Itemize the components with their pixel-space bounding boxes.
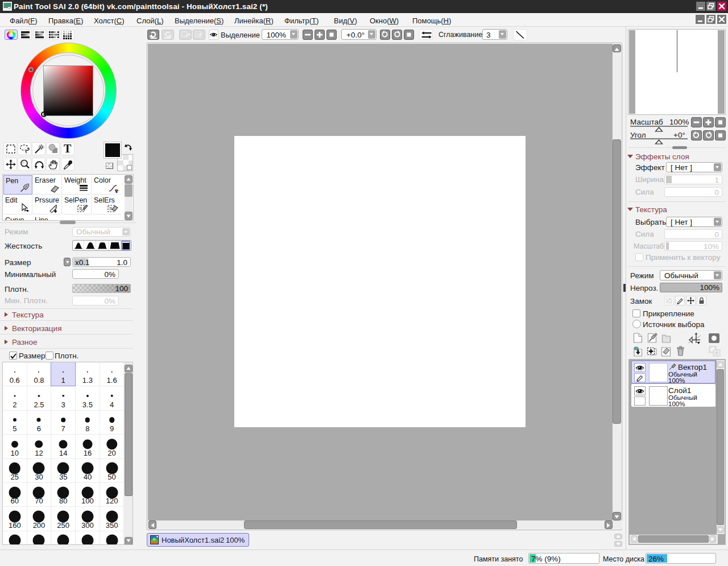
svg-text:S: S (109, 206, 112, 211)
svg-text:S: S (79, 206, 82, 211)
